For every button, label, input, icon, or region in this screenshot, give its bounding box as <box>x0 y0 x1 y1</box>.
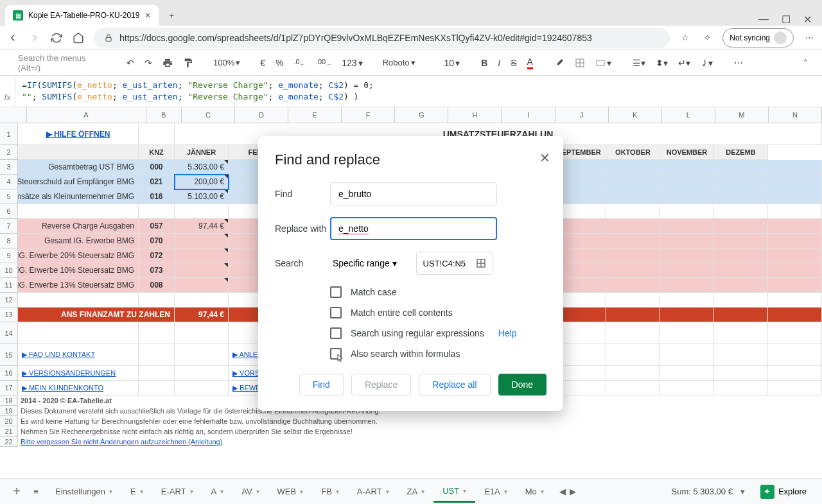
cell[interactable] <box>660 204 714 219</box>
col-header-N[interactable]: N <box>769 107 822 123</box>
cell[interactable] <box>139 381 175 395</box>
cell[interactable] <box>606 344 660 366</box>
sheet-tab[interactable]: E1A ▾ <box>475 481 516 503</box>
cell[interactable] <box>714 344 768 366</box>
cell[interactable] <box>139 204 175 219</box>
cell[interactable] <box>18 204 139 219</box>
sheet-tab[interactable]: Mo ▾ <box>516 481 553 503</box>
cell[interactable] <box>768 366 822 381</box>
cell[interactable] <box>768 189 822 204</box>
cell[interactable] <box>18 145 139 160</box>
sheet-tab[interactable]: UST ▾ <box>433 481 475 503</box>
cell[interactable]: Es wird keine Haftung für Berechnungsfeh… <box>18 416 789 426</box>
zoom-select[interactable]: 100% ▾ <box>211 56 243 69</box>
checkbox-icon[interactable] <box>330 286 342 298</box>
text-rotation-button[interactable]: ⤸▾ <box>697 55 717 71</box>
scroll-left-icon[interactable]: ◀ <box>559 487 566 496</box>
decrease-decimal-button[interactable]: .0← <box>290 55 310 70</box>
cell[interactable]: 021 <box>139 175 175 189</box>
cell[interactable] <box>660 308 714 322</box>
cell[interactable] <box>139 366 175 381</box>
cell[interactable] <box>175 366 229 381</box>
row-header[interactable]: 21 <box>0 426 18 437</box>
cell[interactable] <box>175 248 229 263</box>
cell[interactable]: KNZ <box>139 145 175 160</box>
cell[interactable] <box>660 293 714 308</box>
col-header-L[interactable]: L <box>662 107 715 123</box>
cell[interactable] <box>660 234 714 248</box>
col-header-B[interactable]: B <box>146 107 182 123</box>
cell[interactable] <box>606 322 660 344</box>
sheet-tab[interactable]: FB ▾ <box>312 481 348 503</box>
cell[interactable] <box>714 293 768 308</box>
cell[interactable] <box>175 322 229 344</box>
close-dialog-icon[interactable]: ✕ <box>539 150 550 166</box>
cell[interactable] <box>175 381 229 395</box>
cell[interactable]: IG. Erwerbe 13% Steuersatz BMG <box>18 278 139 293</box>
row-header[interactable]: 8 <box>0 234 18 248</box>
maximize-icon[interactable]: ☐ <box>782 13 791 26</box>
new-tab-button[interactable]: + <box>162 6 180 24</box>
cell[interactable] <box>768 308 822 322</box>
cell[interactable]: ▶ VERSIONSÄNDERUNGEN <box>18 366 139 381</box>
undo-button[interactable]: ↶ <box>123 55 138 71</box>
cell[interactable] <box>714 219 768 234</box>
vertical-align-button[interactable]: ⬍▾ <box>652 55 672 71</box>
cell[interactable] <box>606 219 660 234</box>
col-header-D[interactable]: D <box>235 107 288 123</box>
col-header-M[interactable]: M <box>715 107 769 123</box>
menu-icon[interactable]: ⋯ <box>803 31 816 44</box>
cell[interactable] <box>175 204 229 219</box>
print-button[interactable] <box>159 55 177 71</box>
row-header[interactable]: 19 <box>0 406 18 416</box>
select-range-icon[interactable] <box>476 258 486 268</box>
cell[interactable] <box>768 219 822 234</box>
cell[interactable]: Reverse Charge Ausgaben <box>18 219 139 234</box>
done-button[interactable]: Done <box>498 374 547 395</box>
italic-button[interactable]: I <box>494 55 504 71</box>
col-header-K[interactable]: K <box>609 107 662 123</box>
cell[interactable] <box>660 322 714 344</box>
cell[interactable] <box>175 293 229 308</box>
replace-button[interactable]: Replace <box>351 374 411 395</box>
range-input[interactable]: UST!C4:N5 <box>416 252 493 275</box>
cell[interactable] <box>660 219 714 234</box>
cell[interactable]: Umsätze als Kleinunternehmer BMG <box>18 189 139 204</box>
cell[interactable]: 200,00 € <box>175 175 229 189</box>
close-window-icon[interactable]: ✕ <box>803 13 812 26</box>
formula-content[interactable]: =IF(SUMIFS(e_netto; e_ust_arten; "Revers… <box>15 76 380 107</box>
cell[interactable] <box>175 234 229 248</box>
cell[interactable]: 97,44 € <box>175 219 229 234</box>
cell[interactable] <box>18 293 139 308</box>
sheet-tab[interactable]: AV ▾ <box>232 481 268 503</box>
row-header[interactable]: 9 <box>0 248 18 263</box>
cell[interactable] <box>768 248 822 263</box>
collapse-toolbar-icon[interactable]: ⌃ <box>802 58 809 67</box>
more-tools-button[interactable]: ⋯ <box>730 55 747 71</box>
cell[interactable] <box>768 278 822 293</box>
cell[interactable] <box>768 322 822 344</box>
row-header[interactable]: 1 <box>0 123 18 145</box>
sheet-tab[interactable]: A ▾ <box>202 481 233 503</box>
cell[interactable] <box>139 344 175 366</box>
minimize-icon[interactable]: — <box>758 13 769 26</box>
cell[interactable] <box>714 381 768 395</box>
row-header[interactable]: 18 <box>0 395 18 406</box>
col-header-G[interactable]: G <box>395 107 448 123</box>
cell[interactable]: NOVEMBER <box>660 145 714 160</box>
cell[interactable] <box>606 248 660 263</box>
collections-icon[interactable]: ✧ <box>701 31 713 44</box>
cell[interactable] <box>175 278 229 293</box>
cell[interactable] <box>714 160 768 175</box>
row-header[interactable]: 20 <box>0 416 18 426</box>
col-header-H[interactable]: H <box>448 107 502 123</box>
col-header-I[interactable]: I <box>502 107 555 123</box>
cell[interactable] <box>768 234 822 248</box>
merge-cells-button[interactable]: ▾ <box>591 55 615 71</box>
cell[interactable] <box>660 160 714 175</box>
cell[interactable] <box>714 308 768 322</box>
menu-search[interactable]: Search the menus (Alt+/) <box>13 54 109 72</box>
cell[interactable] <box>606 308 660 322</box>
cell[interactable] <box>768 293 822 308</box>
cell[interactable]: 97,44 € <box>175 308 229 322</box>
